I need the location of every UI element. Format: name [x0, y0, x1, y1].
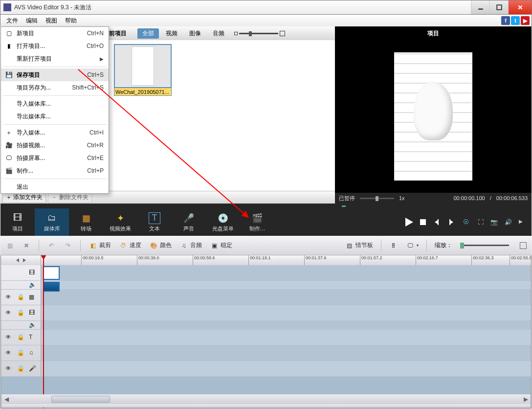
menu-save-project[interactable]: 💾保存项目Ctrl+S: [1, 68, 109, 81]
redo-button[interactable]: ↷: [64, 241, 72, 250]
crop-icon: ◧: [89, 241, 97, 250]
toolbar-disc[interactable]: 💿光盘菜单: [206, 208, 240, 236]
menu-edit[interactable]: 编辑: [22, 16, 42, 26]
zoom-fit-button[interactable]: [520, 242, 527, 249]
ruler-tick: 00:01:18.1: [248, 255, 271, 265]
toolbar-project[interactable]: 🎞项目: [0, 208, 35, 236]
menu-capture-screen[interactable]: 🖵拍摄屏幕...Ctrl+E: [1, 152, 109, 164]
audio-clip[interactable]: [43, 282, 60, 292]
facebook-icon[interactable]: f: [501, 16, 510, 25]
minimize-button[interactable]: [471, 0, 489, 14]
close-button[interactable]: [508, 0, 532, 14]
track-music-header[interactable]: 👁🔒♫: [1, 345, 41, 361]
menu-import-library[interactable]: 导入媒体库...: [1, 97, 109, 110]
track-effect-header[interactable]: 👁🔒▦: [1, 290, 41, 305]
scroll-left-icon[interactable]: ◀: [1, 396, 11, 403]
toolbar-produce[interactable]: 🎬制作…: [240, 208, 274, 236]
speaker-icon: 🔈: [29, 321, 37, 329]
speed-slider[interactable]: [360, 198, 394, 199]
media-thumbnail[interactable]: WeChat_201905071...: [114, 44, 172, 96]
crop-button[interactable]: ◧裁剪: [89, 241, 111, 250]
track-body[interactable]: [41, 265, 531, 377]
menu-save-as[interactable]: 项目另存为...Shift+Ctrl+S: [1, 81, 109, 94]
svg-rect-1: [497, 5, 502, 10]
undo-button[interactable]: ↶: [47, 241, 56, 250]
note-icon: ♫: [179, 241, 188, 250]
menu-export-library[interactable]: 导出媒体库...: [1, 110, 109, 123]
prev-button[interactable]: [433, 218, 441, 226]
timeline-scrollbar[interactable]: ◀ ▶: [1, 394, 531, 404]
menu-reopen-project[interactable]: 重新打开项目▶: [1, 52, 109, 65]
color-wheel-icon: 🎨: [149, 241, 158, 250]
toolbar-videoeffect[interactable]: ✦视频效果: [103, 208, 137, 236]
mic-icon: 🎤: [183, 212, 195, 224]
timeline-ruler[interactable]: 00:00:19.5 00:00:39.0 00:00:58.6 00:01:1…: [1, 255, 531, 265]
menu-capture-video[interactable]: 🎥拍摄视频...Ctrl+R: [1, 139, 109, 152]
disc-icon: 💿: [217, 212, 229, 224]
color-button[interactable]: 🎨颜色: [149, 241, 172, 250]
track-video-header[interactable]: 🎞: [1, 265, 41, 281]
menu-file[interactable]: 文件: [2, 16, 22, 26]
toolbar-library[interactable]: 🗂媒体库: [35, 208, 69, 236]
menu-view[interactable]: 视图: [42, 16, 61, 26]
toolbar-text[interactable]: T文本: [137, 208, 172, 236]
timeline-view-icon[interactable]: ▥: [5, 241, 14, 250]
track-text-header[interactable]: 👁🔒T: [1, 330, 41, 345]
menu-new-project[interactable]: ▢新项目Ctrl+N: [1, 27, 109, 40]
timeline-zoom-slider[interactable]: [460, 245, 509, 246]
fullscreen-icon[interactable]: ⛶: [478, 219, 484, 226]
seek-bar[interactable]: [0, 204, 532, 208]
menu-import-media[interactable]: ＋导入媒体...Ctrl+I: [1, 126, 109, 139]
snapshot-icon[interactable]: 📷: [490, 219, 498, 226]
tab-image[interactable]: 图像: [184, 28, 206, 39]
play-button[interactable]: [405, 218, 413, 227]
volume-icon[interactable]: 🔊: [505, 219, 512, 226]
stabilize-icon: ▣: [210, 241, 219, 250]
delete-icon[interactable]: ✖: [22, 241, 31, 250]
stop-button[interactable]: [420, 219, 426, 225]
mic-icon: 🎤: [29, 365, 37, 373]
preview-viewport[interactable]: [335, 40, 532, 193]
audio-button[interactable]: ♫音频: [179, 241, 202, 250]
toolbar-transition[interactable]: ▦转场: [69, 208, 103, 236]
gauge-icon: ⏱: [119, 241, 128, 250]
playhead[interactable]: [43, 255, 44, 408]
track-voice-header[interactable]: 👁🔒🎤: [1, 361, 41, 377]
menu-open-project[interactable]: ▮打开项目...Ctrl+O: [1, 40, 109, 52]
step-button[interactable]: ⦿: [462, 218, 470, 226]
preview-quality-icon[interactable]: 🖵▾: [406, 241, 419, 250]
storyboard-button[interactable]: ▤情节板: [345, 241, 373, 250]
toolbar-sound[interactable]: 🎤声音: [172, 208, 206, 236]
zoom-label: 缩放：: [435, 241, 452, 250]
menu-exit[interactable]: 退出: [1, 181, 109, 193]
audio-mixer-icon[interactable]: 🎚: [389, 241, 398, 250]
menu-help[interactable]: 帮助: [61, 16, 81, 26]
ruler-tick: 00:01:57.2: [360, 255, 382, 265]
stabilize-button[interactable]: ▣稳定: [210, 241, 232, 250]
twitter-icon[interactable]: t: [511, 16, 520, 25]
track-overlay-audio-header[interactable]: 🔈: [1, 321, 41, 330]
track-overlay-header[interactable]: 👁🔒🎞: [1, 305, 41, 321]
scroll-thumb[interactable]: [51, 396, 110, 403]
tab-all[interactable]: 全部: [137, 28, 159, 39]
ruler-tick: 00:02:36.3: [471, 255, 494, 265]
project-pane: 前项目 全部 视频 图像 音频 WeChat_201905071... ▢新项目…: [0, 26, 335, 204]
timeline: 00:00:19.5 00:00:39.0 00:00:58.6 00:01:1…: [0, 255, 532, 409]
speed-button[interactable]: ⏱速度: [119, 241, 141, 250]
chevron-right-icon[interactable]: ▶: [519, 219, 523, 226]
app-icon: [3, 3, 11, 11]
youtube-icon[interactable]: ▶: [521, 16, 530, 25]
tab-video[interactable]: 视频: [161, 28, 182, 39]
next-button[interactable]: [447, 218, 455, 226]
video-clip[interactable]: [43, 266, 60, 280]
tab-current-project: 前项目: [109, 29, 127, 38]
maximize-button[interactable]: [489, 0, 508, 14]
ruler-gutter[interactable]: [1, 255, 41, 265]
track-audio-header[interactable]: 🔈: [1, 281, 41, 290]
scroll-right-icon[interactable]: ▶: [521, 396, 531, 403]
menu-produce[interactable]: 🎬制作...Ctrl+P: [1, 164, 109, 177]
ruler-tick: 00:00:19.5: [81, 255, 104, 265]
thumb-zoom-slider[interactable]: [234, 31, 285, 36]
tab-audio[interactable]: 音频: [208, 28, 229, 39]
film-icon: 🎞: [29, 269, 37, 277]
